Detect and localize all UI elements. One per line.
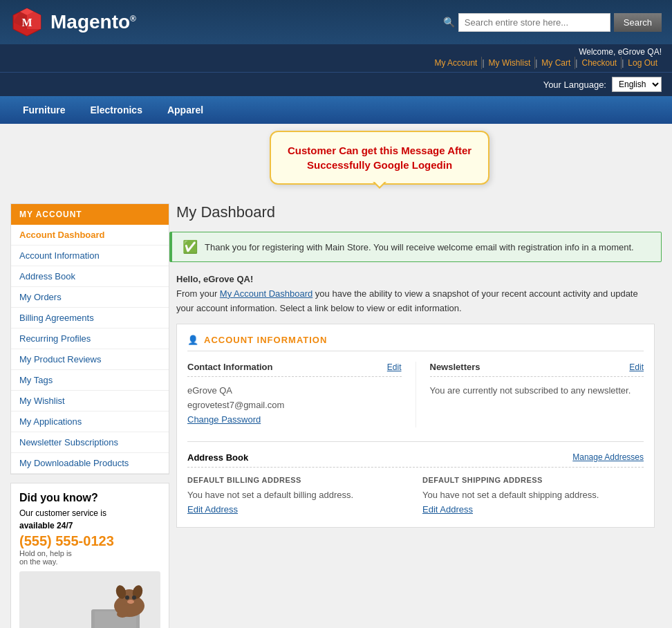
nav-electronics[interactable]: Electronics <box>77 96 154 124</box>
sidebar-item-my-product-reviews[interactable]: My Product Reviews <box>11 349 169 370</box>
newsletters-title: Newsletters Edit <box>430 362 644 377</box>
sidebar-item-billing-agreements[interactable]: Billing Agreements <box>11 308 169 329</box>
manage-addresses-link[interactable]: Manage Addresses <box>572 452 644 462</box>
shipping-address-title: DEFAULT SHIPPING ADDRESS <box>422 476 644 484</box>
header-links: My Account | My Wishlist | My Cart | Che… <box>10 57 662 69</box>
billing-address-col: DEFAULT BILLING ADDRESS You have not set… <box>187 476 409 517</box>
welcome-text: Welcome, eGrove QA! <box>10 47 662 57</box>
svg-point-12 <box>132 595 136 600</box>
newsletters-body: You are currently not subscribed to any … <box>430 384 644 398</box>
shipping-address-col: DEFAULT SHIPPING ADDRESS You have not se… <box>422 476 644 517</box>
logo-text: Magento® <box>50 11 136 33</box>
did-you-know-tagline: Hold on, help is on the way. <box>19 549 160 566</box>
newsletters-col: Newsletters Edit You are currently not s… <box>416 362 644 427</box>
contact-info-title: Contact Information Edit <box>187 362 402 377</box>
account-info-title: ACCOUNT INFORMATION <box>204 335 327 345</box>
sidebar-item-account-information[interactable]: Account Information <box>11 246 169 266</box>
success-message-text: Thank you for registering with Main Stor… <box>205 242 634 252</box>
address-book-header: Address Book Manage Addresses <box>187 452 644 468</box>
change-password-link[interactable]: Change Password <box>187 414 261 425</box>
did-you-know-phone: (555) 555-0123 <box>19 533 160 549</box>
logo-area: M Magento® <box>10 6 136 39</box>
tooltip-container: Customer Can get this Message After Succ… <box>270 131 489 185</box>
my-account-sidebar: MY ACCOUNT Account Dashboard Account Inf… <box>10 203 169 474</box>
svg-point-14 <box>117 611 128 618</box>
tooltip-bubble: Customer Can get this Message After Succ… <box>270 131 489 185</box>
newsletters-edit-link[interactable]: Edit <box>629 362 644 372</box>
sidebar-item-my-applications[interactable]: My Applications <box>11 412 169 432</box>
billing-address-text: You have not set a default billing addre… <box>187 488 409 503</box>
search-input[interactable] <box>458 13 610 32</box>
newsletters-label: Newsletters <box>430 362 480 372</box>
svg-point-11 <box>125 595 129 600</box>
sidebar-my-account-title: MY ACCOUNT <box>11 204 169 225</box>
sidebar-item-account-dashboard[interactable]: Account Dashboard <box>11 225 169 246</box>
language-bar: Your Language: English <box>0 72 672 96</box>
tooltip-text: Customer Can get this Message After Succ… <box>288 143 472 172</box>
log-out-link[interactable]: Log Out <box>624 57 662 69</box>
main-nav: Furniture Electronics Apparel <box>0 96 672 124</box>
shipping-edit-address-link[interactable]: Edit Address <box>422 504 473 515</box>
hello-text: Hello, eGrove QA! From your My Account D… <box>169 273 662 315</box>
search-area: 🔍 Search <box>443 13 662 32</box>
billing-address-title: DEFAULT BILLING ADDRESS <box>187 476 409 484</box>
address-columns: DEFAULT BILLING ADDRESS You have not set… <box>187 476 644 517</box>
checkout-link[interactable]: Checkout <box>577 57 622 69</box>
nav-furniture[interactable]: Furniture <box>10 96 77 124</box>
sidebar-item-newsletter-subscriptions[interactable]: Newsletter Subscriptions <box>11 432 169 453</box>
language-label: Your Language: <box>543 80 606 90</box>
header-user-bar: Welcome, eGrove QA! My Account | My Wish… <box>0 44 672 72</box>
account-info-icon: 👤 <box>187 335 198 345</box>
contact-info-col: Contact Information Edit eGrove QA egrov… <box>187 362 416 427</box>
sidebar-item-my-downloadable-products[interactable]: My Downloadable Products <box>11 453 169 474</box>
page-title: My Dashboard <box>176 203 662 221</box>
address-section: Address Book Manage Addresses DEFAULT BI… <box>187 441 644 517</box>
account-info-header: 👤 ACCOUNT INFORMATION <box>187 335 644 351</box>
did-you-know-title: Did you know? <box>19 492 160 504</box>
account-info-box: 👤 ACCOUNT INFORMATION Contact Informatio… <box>176 324 655 528</box>
dog-image <box>19 571 160 628</box>
my-cart-link[interactable]: My Cart <box>537 57 575 69</box>
contact-info-body: eGrove QA egrovetest7@gmail.com Change P… <box>187 384 402 427</box>
info-columns: Contact Information Edit eGrove QA egrov… <box>187 362 644 427</box>
svg-text:M: M <box>21 17 32 28</box>
contact-info-label: Contact Information <box>187 362 273 372</box>
my-wishlist-link[interactable]: My Wishlist <box>485 57 536 69</box>
did-you-know-widget: Did you know? Our customer service is av… <box>10 483 169 628</box>
search-button[interactable]: Search <box>614 13 662 32</box>
sidebar: MY ACCOUNT Account Dashboard Account Inf… <box>10 203 169 628</box>
contact-info-edit-link[interactable]: Edit <box>387 362 402 372</box>
main-area: My Dashboard ✅ Thank you for registering… <box>169 203 662 628</box>
logo-icon: M <box>10 6 44 39</box>
success-message: ✅ Thank you for registering with Main St… <box>169 232 662 262</box>
search-icon: 🔍 <box>443 17 455 28</box>
billing-edit-address-link[interactable]: Edit Address <box>187 504 238 515</box>
shipping-address-text: You have not set a default shipping addr… <box>422 488 644 503</box>
language-select[interactable]: English <box>612 77 662 92</box>
sidebar-item-recurring-profiles[interactable]: Recurring Profiles <box>11 329 169 349</box>
sidebar-item-address-book[interactable]: Address Book <box>11 266 169 287</box>
svg-point-13 <box>127 600 134 604</box>
contact-name: eGrove QA <box>187 384 402 398</box>
address-book-title: Address Book <box>187 452 248 463</box>
did-you-know-available: available 24/7 <box>19 521 160 530</box>
my-account-dashboard-link[interactable]: My Account Dashboard <box>220 288 312 299</box>
sidebar-item-my-wishlist[interactable]: My Wishlist <box>11 391 169 412</box>
sidebar-item-my-orders[interactable]: My Orders <box>11 287 169 308</box>
contact-email: egrovetest7@gmail.com <box>187 398 402 413</box>
sidebar-item-my-tags[interactable]: My Tags <box>11 370 169 391</box>
nav-apparel[interactable]: Apparel <box>155 96 216 124</box>
success-icon: ✅ <box>183 239 198 255</box>
billing-address-body: You have not set a default billing addre… <box>187 488 409 517</box>
shipping-address-body: You have not set a default shipping addr… <box>422 488 644 517</box>
my-account-link[interactable]: My Account <box>430 57 482 69</box>
did-you-know-subtitle: Our customer service is <box>19 508 160 518</box>
sidebar-menu: Account Dashboard Account Information Ad… <box>11 225 169 474</box>
